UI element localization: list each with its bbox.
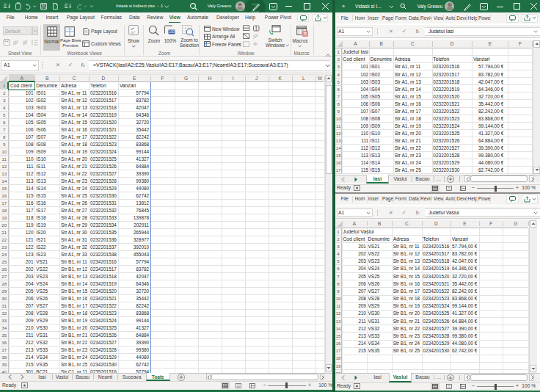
svg-text:100: 100 xyxy=(169,30,175,34)
